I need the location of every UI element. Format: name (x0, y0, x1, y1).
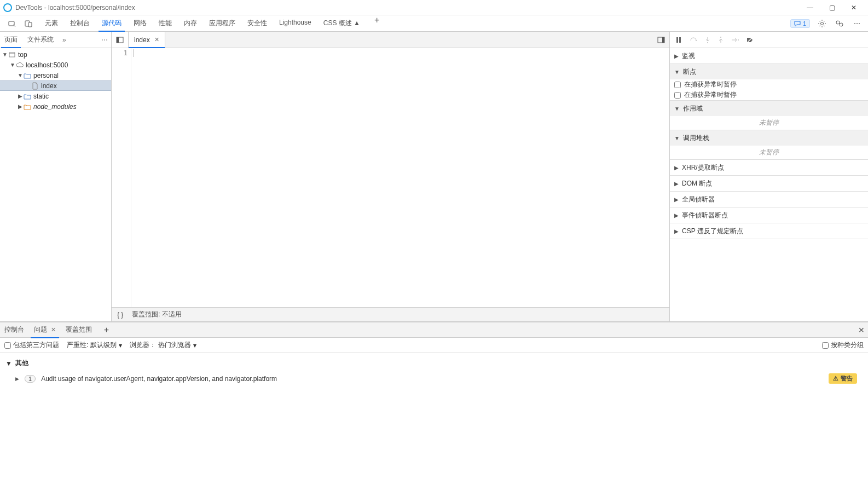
editor-status-bar: { } 覆盖范围: 不适用 (112, 307, 669, 321)
step-out-icon[interactable] (718, 37, 724, 43)
svg-point-14 (696, 40, 697, 41)
warning-badge: ⚠ 警告 (829, 373, 857, 384)
tab-css-overview[interactable]: CSS 概述 ▲ (322, 15, 361, 31)
file-tab-index[interactable]: index ✕ (129, 32, 165, 48)
inspect-element-icon[interactable] (7, 18, 18, 29)
close-window-button[interactable]: ✕ (848, 4, 859, 11)
issues-indicator[interactable]: 1 (790, 19, 810, 28)
drawer-tab-issues[interactable]: 问题 ✕ (33, 323, 57, 337)
subtab-more-icon[interactable]: ⋯ (101, 36, 108, 44)
pause-on-caught-1[interactable]: 在捕获异常时暂停 (670, 79, 868, 90)
maximize-button[interactable]: ▢ (826, 4, 837, 11)
minimize-button[interactable]: — (805, 4, 815, 11)
settings-icon[interactable] (817, 18, 828, 29)
tree-node-host[interactable]: ▼ localhost:5000 (0, 60, 111, 70)
section-global-listeners[interactable]: ▶全局侦听器 (670, 192, 868, 207)
checkbox-third-party[interactable] (4, 342, 11, 349)
close-drawer-icon[interactable]: ✕ (858, 326, 865, 334)
step-into-icon[interactable] (705, 37, 710, 43)
more-menu-icon[interactable]: ⋯ (852, 18, 863, 29)
section-event-listeners[interactable]: ▶事件侦听器断点 (670, 207, 868, 223)
svg-rect-6 (9, 53, 15, 57)
tab-sources[interactable]: 源代码 (101, 15, 123, 31)
issue-count-badge: 1 (25, 375, 36, 383)
subtab-filesystem[interactable]: 文件系统 (26, 33, 55, 47)
issue-group-other[interactable]: ▼ 其他 (5, 356, 863, 370)
device-toolbar-icon[interactable] (23, 18, 34, 29)
expand-issue-icon[interactable]: ▶ (15, 376, 19, 382)
code-editor[interactable]: 1 (112, 48, 669, 307)
editor-cursor (134, 49, 134, 57)
severity-dropdown[interactable]: 严重性: 默认级别 ▾ (67, 340, 122, 350)
tab-memory[interactable]: 内存 (183, 15, 198, 31)
step-over-icon[interactable] (690, 37, 697, 43)
tree-label-node-modules: node_modules (33, 103, 77, 111)
section-csp[interactable]: ▶CSP 违反了规定断点 (670, 223, 868, 239)
tree-label-host: localhost:5000 (26, 61, 68, 69)
issue-row[interactable]: ▶ 1 Audit usage of navigator.userAgent, … (5, 370, 863, 387)
tab-security[interactable]: 安全性 (246, 15, 268, 31)
svg-point-15 (707, 42, 708, 43)
svg-point-3 (821, 22, 824, 25)
step-icon[interactable] (731, 37, 739, 43)
add-tab-button[interactable]: + (374, 15, 379, 31)
pause-on-caught-2[interactable]: 在捕获异常时暂停 (670, 90, 868, 100)
issues-count: 1 (803, 20, 806, 27)
window-frame-icon (8, 50, 16, 59)
svg-rect-11 (662, 37, 664, 43)
code-area[interactable] (131, 48, 669, 307)
group-by-kind[interactable]: 按种类分组 (822, 340, 864, 350)
subtab-overflow-icon[interactable]: » (62, 36, 66, 44)
tree-node-node-modules[interactable]: ▶ node_modules (0, 101, 111, 112)
checkbox-group-by-kind[interactable] (822, 342, 829, 349)
svg-rect-2 (28, 22, 32, 27)
tree-node-personal[interactable]: ▼ personal (0, 70, 111, 80)
svg-point-16 (720, 37, 721, 38)
include-third-party[interactable]: 包括第三方问题 (4, 340, 59, 350)
section-scope[interactable]: ▼作用域 (670, 101, 868, 116)
section-dom[interactable]: ▶DOM 断点 (670, 176, 868, 191)
scope-not-paused: 未暂停 (670, 116, 868, 130)
tree-node-index[interactable]: index (0, 80, 111, 91)
tree-label-index: index (41, 82, 57, 90)
tab-application[interactable]: 应用程序 (208, 15, 236, 31)
file-icon (31, 82, 39, 90)
callstack-not-paused: 未暂停 (670, 146, 868, 159)
pause-icon[interactable] (675, 37, 682, 43)
drawer-tab-coverage[interactable]: 覆盖范围 (65, 323, 93, 337)
toggle-debugger-icon[interactable] (653, 37, 669, 43)
checkbox-pause-1[interactable] (674, 82, 681, 88)
editor-panel: index ✕ 1 { } 覆盖范围: 不适用 (112, 32, 670, 321)
tab-network[interactable]: 网络 (132, 15, 148, 31)
tab-elements[interactable]: 元素 (44, 15, 59, 31)
tree-label-personal: personal (33, 72, 59, 79)
subtab-page[interactable]: 页面 (3, 33, 19, 47)
tree-node-static[interactable]: ▶ static (0, 91, 111, 101)
tab-lighthouse[interactable]: Lighthouse (278, 15, 313, 31)
tab-performance[interactable]: 性能 (158, 15, 173, 31)
section-monitor[interactable]: ▶监视 (670, 48, 868, 63)
section-breakpoints[interactable]: ▼断点 (670, 64, 868, 79)
chevron-down-icon: ▾ (193, 342, 196, 349)
toggle-navigator-icon[interactable] (112, 32, 129, 48)
dock-side-icon[interactable] (834, 18, 845, 29)
close-tab-icon[interactable]: ✕ (154, 36, 159, 43)
folder-icon (23, 102, 32, 111)
close-drawer-tab-icon[interactable]: ✕ (51, 326, 56, 333)
debugger-panel: ▶监视 ▼断点 在捕获异常时暂停 在捕获异常时暂停 ▼作用域 未暂停 ▼调用堆栈… (670, 32, 868, 321)
issue-message: Audit usage of navigator.userAgent, navi… (41, 375, 823, 383)
folder-icon (23, 71, 32, 80)
tree-node-top[interactable]: ▼ top (0, 49, 111, 60)
cloud-icon (15, 61, 24, 70)
checkbox-pause-2[interactable] (674, 92, 681, 99)
deactivate-breakpoints-icon[interactable] (747, 37, 753, 43)
pretty-print-icon[interactable]: { } (117, 311, 123, 319)
devtools-app-icon (3, 3, 12, 12)
drawer-tab-console[interactable]: 控制台 (3, 323, 25, 337)
tab-console[interactable]: 控制台 (69, 15, 91, 31)
section-callstack[interactable]: ▼调用堆栈 (670, 130, 868, 146)
browser-dropdown[interactable]: 浏览器： 热门浏览器 ▾ (130, 340, 196, 350)
add-drawer-tab-icon[interactable]: + (101, 325, 112, 336)
file-tree: ▼ top ▼ localhost:5000 ▼ personal index … (0, 48, 111, 321)
section-xhr[interactable]: ▶XHR/提取断点 (670, 160, 868, 175)
